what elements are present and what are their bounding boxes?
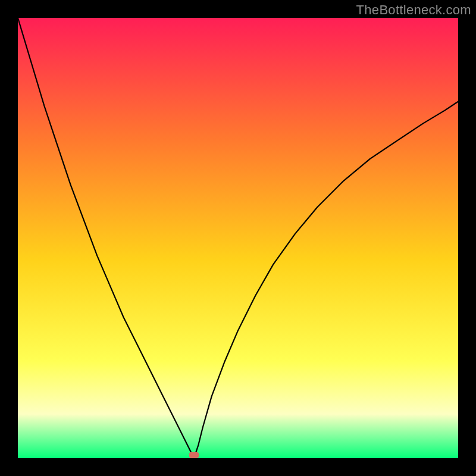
bottleneck-chart (18, 18, 458, 458)
gradient-background (18, 18, 458, 458)
watermark-text: TheBottleneck.com (356, 2, 471, 18)
plot-area (18, 18, 458, 458)
chart-frame: TheBottleneck.com (0, 0, 476, 476)
optimal-marker (189, 452, 199, 458)
